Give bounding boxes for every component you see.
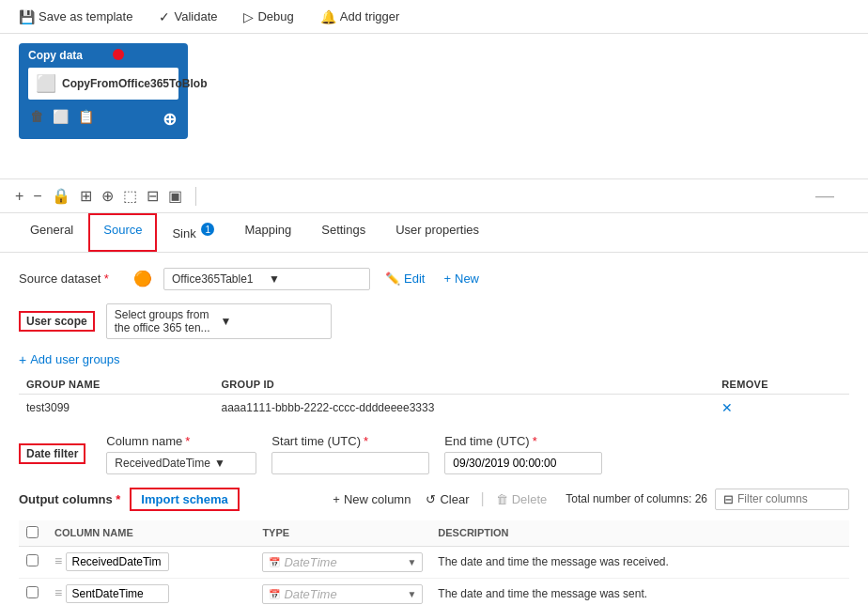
type-header: TYPE	[255, 520, 430, 547]
end-time-input[interactable]	[444, 452, 602, 474]
canvas-lock-tool[interactable]: 🔒	[52, 187, 70, 205]
drag-handle-0[interactable]: ≡	[54, 553, 62, 568]
user-scope-section: User scope Select groups from the office…	[19, 303, 849, 421]
validate-icon: ✓	[159, 9, 170, 24]
remove-group-button[interactable]: ✕	[721, 400, 733, 415]
new-dataset-button[interactable]: + New	[440, 271, 483, 286]
table-row: ≡ 📅 DateTime ▼ The date and time the mes…	[19, 546, 849, 578]
canvas-plus-tool[interactable]: +	[15, 188, 23, 205]
drag-handle-1[interactable]: ≡	[54, 585, 62, 600]
action-pipe: |	[481, 490, 485, 507]
filter-columns-wrap: ⊟	[715, 489, 849, 510]
col-name-input-0[interactable]	[66, 552, 169, 571]
copy-data-inner: ⬜ CopyFromOffice365ToBlob	[28, 68, 178, 100]
add-user-groups-button[interactable]: + Add user groups	[19, 352, 120, 367]
canvas-minus-tool[interactable]: −	[33, 188, 41, 205]
import-schema-button[interactable]: Import schema	[130, 488, 239, 511]
new-column-button[interactable]: + New column	[329, 490, 414, 508]
end-time-group: End time (UTC) *	[444, 434, 602, 474]
type-text-1: DateTime	[284, 587, 403, 601]
column-name-group: Column name * ReceivedDateTime ▼	[106, 434, 256, 474]
clone-icon[interactable]: 📋	[78, 109, 94, 130]
group-row: test3099 aaaa1111-bbbb-2222-cccc-ddddeee…	[19, 394, 849, 421]
activity-name: CopyFromOffice365ToBlob	[62, 77, 207, 90]
date-filter-inner: Column name * ReceivedDateTime ▼ St	[106, 434, 602, 474]
delete-icon: 🗑	[496, 492, 508, 506]
filter-icon: ⊟	[723, 492, 734, 506]
source-dataset-required: *	[104, 271, 109, 286]
clear-button[interactable]: ↺ Clear	[422, 490, 473, 508]
connect-icon[interactable]: ⊕	[163, 109, 177, 130]
tab-source[interactable]: Source	[88, 213, 157, 252]
copy-icon[interactable]: ⬜	[53, 109, 69, 130]
tab-settings[interactable]: Settings	[306, 213, 380, 252]
start-time-label: Start time (UTC) *	[271, 434, 429, 448]
delete-icon[interactable]: 🗑	[30, 109, 43, 130]
main-panel: General Source Sink 1 Mapping Settings U…	[0, 213, 868, 605]
columns-table: COLUMN NAME TYPE DESCRIPTION ≡ 📅 DateTim…	[19, 520, 849, 605]
user-scope-chevron: ▼	[221, 315, 323, 328]
type-chevron-0: ▼	[407, 557, 416, 567]
type-text-0: DateTime	[284, 555, 403, 569]
type-chevron-1: ▼	[407, 589, 416, 599]
validate-button[interactable]: ✓ Validate	[155, 8, 221, 26]
add-groups-plus-icon: +	[19, 352, 26, 367]
column-name-dropdown[interactable]: ReceivedDateTime ▼	[106, 452, 256, 474]
groups-table: GROUP NAME GROUP ID REMOVE test3099 aaaa…	[19, 375, 849, 421]
start-time-input[interactable]	[271, 452, 429, 474]
col-type-dropdown-1[interactable]: 📅 DateTime ▼	[262, 584, 423, 604]
table-row: ≡ 📅 DateTime ▼ The date and time the mes…	[19, 578, 849, 605]
output-columns-label: Output columns *	[19, 492, 120, 506]
row-checkbox-0[interactable]	[26, 554, 39, 566]
end-time-label: End time (UTC) *	[444, 434, 602, 448]
activity-icon: ⬜	[36, 73, 56, 94]
canvas-crop-tool[interactable]: ⬚	[123, 187, 137, 205]
tab-general[interactable]: General	[15, 213, 88, 252]
group-id-cell: aaaa1111-bbbb-2222-cccc-ddddeeee3333	[214, 394, 715, 421]
col-name-input-1[interactable]	[66, 584, 169, 603]
row-checkbox-cell	[19, 578, 47, 605]
debug-button[interactable]: ▷ Debug	[240, 8, 297, 26]
red-dot	[113, 49, 124, 60]
source-dataset-chevron: ▼	[269, 272, 362, 286]
remove-header: REMOVE	[714, 375, 849, 395]
start-time-group: Start time (UTC) *	[271, 434, 429, 474]
row-checkbox-cell	[19, 546, 47, 578]
canvas-grid-tool[interactable]: ⊞	[80, 187, 92, 205]
col-select-all-header	[19, 520, 47, 547]
output-columns-section: Output columns * Import schema + New col…	[19, 488, 849, 605]
column-name-label: Column name *	[106, 434, 256, 448]
user-scope-dropdown[interactable]: Select groups from the office 365 ten...…	[106, 303, 332, 339]
save-template-button[interactable]: 💾 Save as template	[15, 8, 136, 26]
col-type-dropdown-0[interactable]: 📅 DateTime ▼	[262, 552, 423, 572]
canvas-toolbar: + − 🔒 ⊞ ⊕ ⬚ ⊟ ▣ —	[0, 179, 868, 213]
col-name-cell-0: ≡	[47, 546, 255, 578]
tab-user-properties[interactable]: User properties	[380, 213, 494, 252]
canvas-crosshair-tool[interactable]: ⊕	[101, 187, 114, 205]
source-dataset-row: Source dataset * 🟠 Office365Table1 ▼ ✏️ …	[19, 268, 849, 290]
delete-button[interactable]: 🗑 Delete	[492, 490, 551, 508]
row-checkbox-1[interactable]	[26, 586, 39, 598]
column-name-header: COLUMN NAME	[47, 520, 255, 547]
col-type-cell-1: 📅 DateTime ▼	[255, 578, 430, 605]
edit-dataset-button[interactable]: ✏️ Edit	[381, 271, 428, 286]
tab-mapping[interactable]: Mapping	[229, 213, 306, 252]
canvas-layers-tool[interactable]: ▣	[168, 187, 182, 205]
filter-columns-input[interactable]	[737, 492, 841, 505]
source-dataset-dropdown[interactable]: Office365Table1 ▼	[163, 268, 370, 290]
col-desc-cell-0: The date and time the message was receiv…	[430, 546, 849, 578]
add-trigger-button[interactable]: 🔔 Add trigger	[317, 8, 404, 26]
tabs-bar: General Source Sink 1 Mapping Settings U…	[0, 213, 868, 253]
copy-data-box[interactable]: Copy data ⬜ CopyFromOffice365ToBlob 🗑 ⬜ …	[19, 43, 188, 139]
office365-icon: 🟠	[133, 270, 152, 287]
tab-sink[interactable]: Sink 1	[157, 213, 229, 252]
select-all-checkbox[interactable]	[26, 526, 39, 538]
user-scope-row: User scope Select groups from the office…	[19, 303, 849, 339]
top-toolbar: 💾 Save as template ✓ Validate ▷ Debug 🔔 …	[0, 0, 868, 34]
canvas-layout-tool[interactable]: ⊟	[147, 187, 159, 205]
add-trigger-icon: 🔔	[320, 9, 336, 24]
copy-data-actions: 🗑 ⬜ 📋 ⊕	[28, 105, 178, 133]
save-template-icon: 💾	[19, 9, 35, 24]
col-type-cell-0: 📅 DateTime ▼	[255, 546, 430, 578]
content-area: Source dataset * 🟠 Office365Table1 ▼ ✏️ …	[0, 253, 868, 605]
